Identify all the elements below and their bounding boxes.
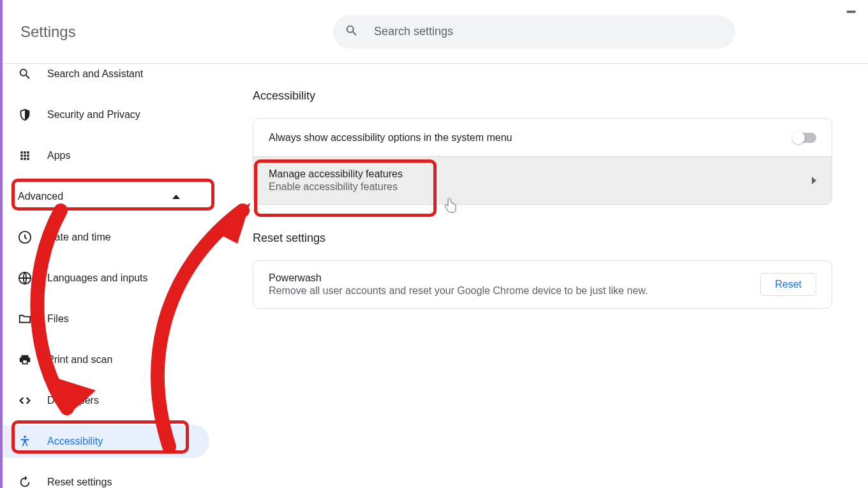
clock-icon	[18, 230, 32, 244]
window-left-edge	[0, 0, 3, 488]
accessibility-icon	[18, 434, 32, 448]
toggle-off[interactable]	[793, 133, 816, 143]
sidebar-item-label: Reset settings	[47, 477, 112, 488]
sidebar-item-developers[interactable]: Developers	[0, 384, 209, 417]
row-powerwash: Powerwash Remove all user accounts and r…	[253, 261, 832, 308]
restore-icon	[18, 475, 32, 488]
row-title: Manage accessibility features	[269, 168, 812, 180]
sidebar-item-search-assistant[interactable]: Search and Assistant	[0, 64, 209, 91]
header: Settings	[0, 0, 868, 64]
sidebar-item-label: Search and Assistant	[47, 68, 143, 80]
sidebar-item-languages[interactable]: Languages and inputs	[0, 262, 209, 295]
window-minimize-icon[interactable]: ━	[847, 4, 855, 20]
sidebar-item-label: Security and Privacy	[47, 109, 140, 121]
main-content: Accessibility Always show accessibility …	[217, 64, 868, 488]
sidebar-item-label: Files	[47, 313, 69, 325]
sidebar-item-label: Apps	[47, 150, 70, 161]
sidebar-item-label: Accessibility	[47, 436, 103, 447]
sidebar-item-label: Print and scan	[47, 354, 112, 366]
sidebar-item-security-privacy[interactable]: Security and Privacy	[0, 98, 209, 131]
row-manage-a11y-features[interactable]: Manage accessibility features Enable acc…	[253, 157, 832, 204]
reset-button[interactable]: Reset	[760, 273, 816, 296]
sidebar-item-files[interactable]: Files	[0, 302, 209, 336]
search-icon	[18, 67, 32, 81]
folder-icon	[18, 312, 32, 326]
svg-point-1	[24, 436, 26, 438]
row-always-show-a11y[interactable]: Always show accessibility options in the…	[253, 119, 832, 157]
sidebar-item-reset-settings[interactable]: Reset settings	[0, 466, 209, 488]
search-container[interactable]	[333, 15, 735, 48]
row-subtitle: Enable accessibility features	[269, 181, 812, 193]
sidebar-item-label: Date and time	[47, 232, 111, 243]
section-title-accessibility: Accessibility	[253, 89, 832, 103]
sidebar-item-label: Languages and inputs	[47, 272, 147, 284]
reset-card: Powerwash Remove all user accounts and r…	[253, 260, 832, 309]
row-subtitle: Remove all user accounts and reset your …	[269, 285, 760, 297]
row-title: Powerwash	[269, 272, 760, 284]
sidebar-advanced-toggle[interactable]: Advanced	[0, 180, 209, 213]
page-title: Settings	[20, 23, 333, 41]
print-icon	[18, 353, 32, 367]
row-title: Always show accessibility options in the…	[269, 132, 793, 144]
chevron-right-icon	[812, 177, 816, 184]
search-icon	[345, 24, 359, 40]
sidebar-item-label: Developers	[47, 395, 99, 406]
sidebar: Search and Assistant Security and Privac…	[0, 64, 217, 488]
sidebar-advanced-label: Advanced	[18, 191, 63, 202]
section-title-reset: Reset settings	[253, 232, 832, 245]
sidebar-item-apps[interactable]: Apps	[0, 139, 209, 172]
globe-icon	[18, 271, 32, 285]
apps-icon	[18, 149, 32, 163]
accessibility-card: Always show accessibility options in the…	[253, 118, 832, 205]
sidebar-item-accessibility[interactable]: Accessibility	[0, 425, 209, 458]
search-input[interactable]	[359, 25, 724, 38]
shield-icon	[18, 108, 32, 122]
code-icon	[18, 394, 32, 408]
sidebar-item-print-scan[interactable]: Print and scan	[0, 343, 209, 376]
sidebar-item-date-time[interactable]: Date and time	[0, 221, 209, 254]
chevron-up-icon	[172, 195, 180, 199]
